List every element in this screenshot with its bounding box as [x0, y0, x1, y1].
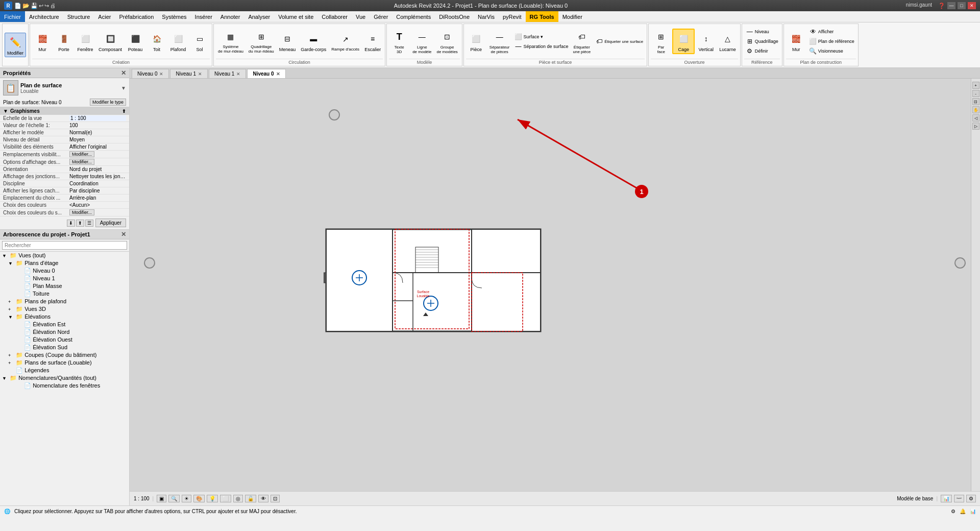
tree-plans-plafond[interactable]: + 📁 Plans de plafond	[0, 298, 129, 305]
visionneuse-btn[interactable]: 🔍 Visionneuse	[807, 46, 856, 56]
browser-close[interactable]: ✕	[121, 231, 126, 238]
detail-level-btn[interactable]: ▣	[157, 495, 166, 502]
graphismes-section[interactable]: ▼ Graphismes ⬆	[0, 107, 129, 115]
close-btn[interactable]: ✕	[968, 2, 976, 9]
mur-right-btn[interactable]: 🧱 Mur	[786, 30, 806, 53]
menu-prefabrication[interactable]: Préfabrication	[115, 11, 158, 22]
vertical-btn[interactable]: ↕ Vertical	[696, 30, 716, 53]
meneau-btn[interactable]: ⊟ Meneau	[277, 30, 298, 53]
composant-btn[interactable]: 🔲 Composant	[96, 30, 124, 53]
menu-inserer[interactable]: Insérer	[191, 11, 216, 22]
view-tab-niveau0-1[interactable]: Niveau 0 ✕	[132, 69, 169, 78]
plans-plafond-toggle[interactable]: +	[8, 299, 14, 304]
menu-modifier[interactable]: Modifier	[558, 11, 586, 22]
menu-acier[interactable]: Acier	[94, 11, 115, 22]
echelle-input[interactable]	[69, 115, 126, 121]
piece-btn[interactable]: ⬜ Pièce	[466, 30, 486, 53]
toit-btn[interactable]: 🏠 Toit	[146, 30, 167, 53]
plans-surface-toggle[interactable]: +	[8, 360, 14, 366]
choix-couleurs-s-btn[interactable]: Modifier...	[69, 209, 94, 215]
options-affichage-value[interactable]: Modifier...	[69, 159, 126, 165]
tree-plans-etage[interactable]: ▼ 📁 Plans d'étage	[0, 259, 129, 267]
etiqueter-surface-btn[interactable]: 🏷 Étiqueter une surface	[594, 37, 645, 46]
maximize-btn[interactable]: □	[958, 2, 966, 9]
render-btn[interactable]: 🎨	[193, 495, 205, 502]
minimize-btn[interactable]: —	[947, 2, 955, 9]
groupe-modeles-btn[interactable]: ⊡ Groupede modèles	[435, 28, 460, 55]
new-btn[interactable]: 📄	[14, 3, 21, 9]
unlock-btn[interactable]: 🔓	[245, 495, 256, 502]
browser-search-input[interactable]	[2, 241, 127, 250]
menu-annoter[interactable]: Annoter	[216, 11, 244, 22]
sun-btn[interactable]: ☀	[182, 495, 191, 502]
tree-elevations[interactable]: ▼ 📁 Élévations	[0, 313, 129, 321]
lucarne-btn[interactable]: △ Lucarne	[717, 30, 738, 53]
prop-sort-btn2[interactable]: ⬆	[76, 220, 84, 227]
section-box-btn[interactable]: ⊡	[271, 495, 280, 502]
etiqueter-piece-btn[interactable]: 🏷 Étiqueterune pièce	[571, 28, 593, 55]
tree-plans-surface[interactable]: + 📁 Plans de surface (Louable)	[0, 359, 129, 367]
tree-elev-nord[interactable]: ▷ 📄 Élévation Nord	[0, 328, 129, 336]
save-btn[interactable]: 💾	[31, 3, 38, 9]
par-face-btn[interactable]: ⊞ Parface	[651, 28, 671, 55]
separation-surface-btn[interactable]: — Séparation de surface	[512, 42, 570, 51]
tree-vues-3d[interactable]: + 📁 Vues 3D	[0, 305, 129, 313]
garde-corps-btn[interactable]: ▬ Garde-corps	[299, 30, 328, 53]
open-btn[interactable]: 📂	[22, 3, 30, 9]
tree-plan-masse[interactable]: ▷ 📄 Plan Masse	[0, 282, 129, 290]
echelle-value[interactable]	[69, 115, 126, 121]
tree-nomencl-fenetres[interactable]: ▷ 📄 Nomenclature des fenêtres	[0, 382, 129, 390]
properties-close[interactable]: ✕	[121, 69, 126, 77]
menu-fichier[interactable]: Fichier	[0, 11, 25, 22]
status-chart-btn[interactable]: 📊	[970, 509, 976, 514]
shadow-btn[interactable]: 💡	[207, 495, 218, 502]
view-tab-niveau1-1[interactable]: Niveau 1 ✕	[170, 69, 207, 78]
tree-coupes[interactable]: + 📁 Coupes (Coupe du bâtiment)	[0, 351, 129, 359]
definir-btn[interactable]: ⚙ Définir	[744, 46, 780, 56]
nav-circle-top[interactable]	[329, 109, 340, 120]
mur-btn[interactable]: 🧱 Mur	[32, 30, 53, 53]
escalier-btn[interactable]: ≡ Escalier	[362, 30, 383, 53]
options-affichage-btn[interactable]: Modifier...	[69, 159, 94, 165]
next-view-btn[interactable]: ▷	[972, 123, 979, 130]
modify-type-btn[interactable]: Modifier le type	[90, 99, 126, 106]
modifier-btn[interactable]: ✏️ Modifier	[5, 33, 26, 57]
menu-structure[interactable]: Structure	[63, 11, 94, 22]
pan-btn[interactable]: ✋	[972, 106, 979, 113]
tab-niveau1-1-close[interactable]: ✕	[198, 71, 202, 77]
menu-complements[interactable]: Compléments	[392, 11, 435, 22]
prop-sort-btn3[interactable]: ☰	[85, 220, 93, 227]
nomenclatures-toggle[interactable]: ▼	[2, 376, 8, 381]
path-btn[interactable]: 〰	[954, 495, 964, 502]
plan-reference-btn[interactable]: ⬜ Plan de référence	[807, 37, 856, 46]
cage-btn[interactable]: ⬜ Cage	[672, 29, 695, 54]
remplacements-btn[interactable]: Modifier...	[69, 151, 94, 157]
tree-elev-ouest[interactable]: ▷ 📄 Élévation Ouest	[0, 336, 129, 344]
plafond-btn[interactable]: ⬜ Plafond	[168, 30, 188, 53]
undo-btn[interactable]: ↩	[39, 3, 43, 9]
menu-systemes[interactable]: Systèmes	[158, 11, 190, 22]
menu-pyrevit[interactable]: pyRevit	[499, 11, 526, 22]
quadrillage-mur-btn[interactable]: ⊞ Quadrillagedu mur-rideau	[247, 28, 276, 55]
prev-view-btn[interactable]: ◁	[972, 114, 979, 122]
ligne-modele-btn[interactable]: — Lignede modèle	[410, 28, 433, 55]
texte3d-btn[interactable]: T Texte3D	[389, 28, 409, 55]
status-settings-btn[interactable]: ⚙	[951, 509, 955, 514]
sol-btn[interactable]: ▭ Sol	[189, 30, 210, 53]
nav-circle-left[interactable]	[144, 257, 155, 269]
niveau-btn[interactable]: — Niveau	[744, 27, 780, 36]
zoom-in-btn[interactable]: +	[972, 82, 979, 89]
crop-btn[interactable]: ⬜	[220, 495, 231, 502]
tree-vues[interactable]: ▼ 📁 Vues (tout)	[0, 252, 129, 259]
fit-view-btn[interactable]: ⊡	[972, 98, 979, 105]
print-btn[interactable]: 🖨	[50, 3, 56, 9]
menu-narvis[interactable]: NarVis	[474, 11, 499, 22]
visual-style-btn[interactable]: 🔍	[168, 495, 180, 502]
appliquer-btn[interactable]: Appliquer	[95, 219, 126, 227]
type-arrow[interactable]: ▼	[121, 85, 126, 91]
poteau-btn[interactable]: ⬛ Poteau	[125, 30, 145, 53]
section-expand[interactable]: ⬆	[122, 109, 126, 114]
plans-etage-toggle[interactable]: ▼	[8, 261, 14, 266]
settings-vc-btn[interactable]: ⚙	[966, 495, 976, 502]
tree-toiture[interactable]: ▷ 📄 Toiture	[0, 290, 129, 298]
